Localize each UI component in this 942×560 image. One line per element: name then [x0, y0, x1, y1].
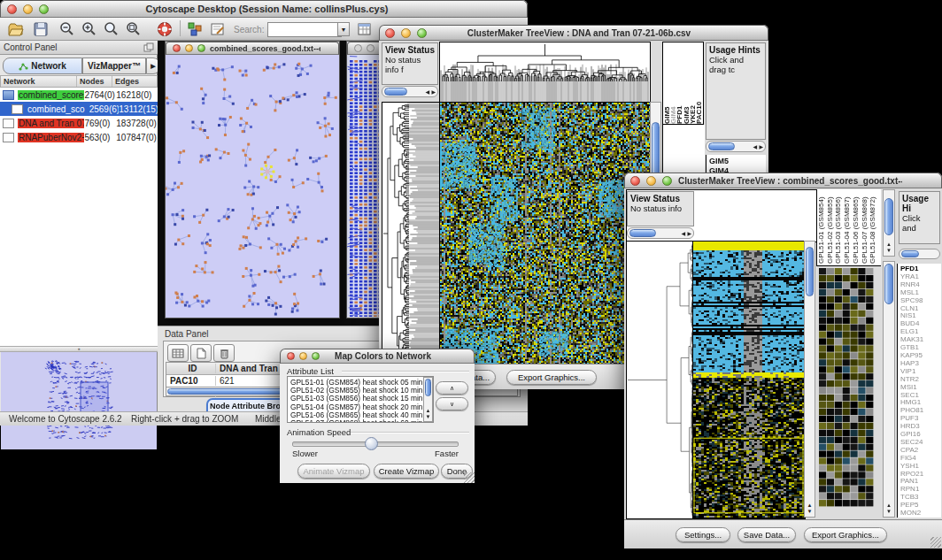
- network-doc-icon: [3, 133, 14, 142]
- main-titlebar[interactable]: Cytoscape Desktop (Session Name: collins…: [0, 0, 528, 18]
- close-button[interactable]: [354, 44, 362, 52]
- zoom-button[interactable]: [417, 28, 427, 38]
- gene-item[interactable]: MON2: [900, 510, 941, 518]
- scroll-thumb[interactable]: [629, 229, 656, 237]
- zoom-fit-icon[interactable]: [125, 20, 143, 38]
- tab-vizmapper[interactable]: VizMapper™: [82, 58, 146, 74]
- row-dendrogram-canvas[interactable]: [626, 241, 693, 519]
- panel-splitter[interactable]: ●: [0, 346, 158, 352]
- frame-a-titlebar[interactable]: combined_scores_good.txt--cluste...: [166, 42, 339, 55]
- create-node-icon[interactable]: [186, 20, 204, 38]
- animation-speed-label: Animation Speed: [287, 427, 351, 437]
- zoom-in-icon[interactable]: [81, 20, 98, 38]
- animate-vizmap-button[interactable]: Animate Vizmap: [297, 464, 370, 479]
- dialog-titlebar[interactable]: Map Colors to Network: [280, 349, 475, 364]
- usage-hints-scrollbar[interactable]: [899, 249, 940, 259]
- scroll-left-arrow[interactable]: ◀: [681, 231, 685, 237]
- scroll-up-arrow[interactable]: ▲: [884, 502, 894, 509]
- vscroll-thumb[interactable]: [884, 198, 893, 235]
- vscroll-thumb[interactable]: [425, 379, 431, 396]
- scroll-right-arrow[interactable]: ▶: [431, 89, 436, 96]
- minimize-button[interactable]: [299, 352, 307, 360]
- scroll-down-arrow[interactable]: ▼: [884, 509, 894, 515]
- zoom-vscrollbar[interactable]: ▲ ▼: [883, 261, 895, 518]
- network-overview-canvas[interactable]: [1, 352, 157, 449]
- vscroll-thumb[interactable]: [806, 247, 814, 296]
- zoom-button[interactable]: [662, 176, 672, 186]
- attribute-item[interactable]: GPL51-07 (GSM868) heat shock 60 min: [290, 419, 433, 423]
- scroll-down-arrow[interactable]: ▼: [424, 414, 432, 420]
- heatmap-vscrollbar[interactable]: ▲ ▼: [804, 241, 815, 518]
- scroll-thumb[interactable]: [708, 142, 735, 150]
- export-graphics-button[interactable]: Export Graphics...: [804, 527, 887, 542]
- tab-network[interactable]: Network: [3, 58, 82, 74]
- treeview2-titlebar[interactable]: ClusterMaker TreeView : combined_scores_…: [624, 173, 942, 188]
- row-dendrogram-canvas[interactable]: [382, 102, 440, 365]
- float-panel-icon[interactable]: [143, 42, 154, 52]
- scroll-down-arrow[interactable]: ▼: [805, 509, 815, 515]
- search-dropdown-arrow[interactable]: ▼: [337, 22, 350, 36]
- resize-grip[interactable]: [464, 472, 475, 483]
- network-row[interactable]: combined_sco 2569(6) 13112(15): [0, 102, 158, 116]
- attribute-list-scrollbar[interactable]: ▲ ▼: [423, 377, 433, 422]
- scroll-right-arrow[interactable]: ▶: [687, 231, 691, 237]
- annotation-icon[interactable]: [209, 20, 227, 38]
- gene-item[interactable]: GIM5: [709, 157, 766, 166]
- create-vizmap-button[interactable]: Create Vizmap: [374, 464, 439, 479]
- zoom-heatmap-canvas[interactable]: [819, 268, 874, 507]
- minimize-button[interactable]: [646, 176, 656, 186]
- treeview2-status-scrollbar[interactable]: ◀ ▶: [627, 227, 694, 239]
- zoom-button[interactable]: [197, 44, 205, 52]
- network-row[interactable]: RNAPuberNov2+ 563(0) 107847(0): [0, 130, 158, 144]
- zoom-button[interactable]: [39, 4, 49, 14]
- minimize-button[interactable]: [23, 4, 33, 14]
- move-up-button[interactable]: ∧: [436, 381, 468, 395]
- heatmap-canvas[interactable]: [439, 102, 651, 365]
- minimize-button[interactable]: [367, 44, 374, 52]
- scroll-thumb[interactable]: [384, 88, 407, 96]
- usage-hints-scrollbar[interactable]: ◀ ▶: [706, 141, 766, 152]
- minimize-button[interactable]: [401, 28, 411, 38]
- vscroll-thumb[interactable]: [884, 264, 893, 304]
- scroll-up-arrow[interactable]: ▲: [424, 408, 432, 414]
- table-icon[interactable]: [167, 344, 189, 362]
- zoom-button[interactable]: [312, 352, 320, 360]
- scroll-left-arrow[interactable]: ◀: [753, 144, 757, 150]
- heatmap-strip-canvas[interactable]: [692, 241, 806, 519]
- close-button[interactable]: [630, 176, 640, 186]
- export-graphics-button[interactable]: Export Graphics...: [506, 370, 597, 385]
- network-row[interactable]: DNA and Tran 07 769(0) 183728(0): [0, 116, 158, 130]
- new-doc-icon[interactable]: [190, 344, 212, 362]
- scroll-up-arrow[interactable]: ▲: [884, 242, 894, 248]
- scroll-down-arrow[interactable]: ▼: [884, 248, 894, 254]
- column-dendrogram-canvas[interactable]: [439, 42, 651, 103]
- treeview1-status-scrollbar[interactable]: ◀ ▶: [382, 86, 438, 97]
- labels-vscrollbar[interactable]: ▲ ▼: [883, 189, 895, 257]
- slider-thumb[interactable]: [365, 437, 378, 450]
- save-data-button[interactable]: Save Data...: [737, 527, 796, 542]
- network-row[interactable]: combined_scores 2764(0) 16218(0): [0, 88, 158, 102]
- treeview1-titlebar[interactable]: ClusterMaker TreeView : DNA and Tran 07-…: [379, 25, 768, 41]
- attribute-browser-icon[interactable]: [356, 20, 374, 38]
- settings-button[interactable]: Settings...: [676, 527, 730, 542]
- group-etch-line: [342, 371, 469, 372]
- scroll-left-arrow[interactable]: ◀: [425, 89, 429, 96]
- resize-grip[interactable]: [930, 537, 941, 548]
- scroll-right-arrow[interactable]: ▶: [759, 144, 763, 150]
- zoom-out-icon[interactable]: [58, 20, 76, 38]
- close-button[interactable]: [7, 4, 17, 14]
- save-icon[interactable]: [32, 20, 50, 38]
- move-down-button[interactable]: ∨: [436, 397, 468, 410]
- close-button[interactable]: [173, 44, 181, 52]
- minimize-button[interactable]: [185, 44, 193, 52]
- close-button[interactable]: [385, 28, 395, 38]
- network-view-a-canvas[interactable]: [166, 55, 339, 318]
- trash-icon[interactable]: [213, 344, 235, 362]
- zoom-actual-icon[interactable]: [103, 20, 120, 38]
- close-button[interactable]: [287, 352, 295, 360]
- help-lifesaver-icon[interactable]: [156, 20, 174, 38]
- scroll-up-arrow[interactable]: ▲: [805, 502, 815, 509]
- open-folder-icon[interactable]: [7, 20, 25, 38]
- search-input[interactable]: [267, 22, 342, 37]
- scroll-thumb[interactable]: [901, 250, 919, 257]
